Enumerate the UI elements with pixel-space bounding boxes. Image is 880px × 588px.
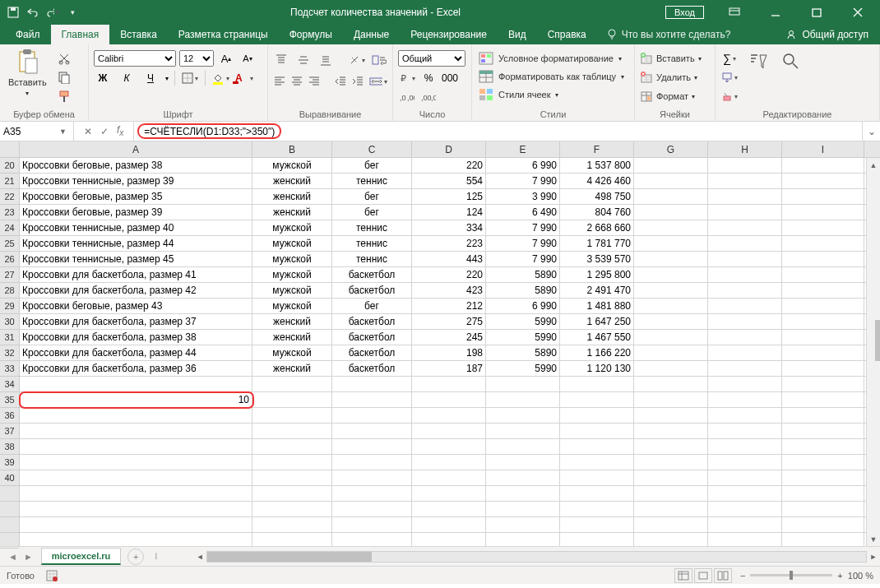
cell[interactable] <box>708 283 782 298</box>
cell[interactable]: 1 120 130 <box>560 361 634 376</box>
cell[interactable] <box>782 455 864 470</box>
cell[interactable] <box>634 236 708 251</box>
cell[interactable]: мужской <box>252 220 332 235</box>
table-row[interactable]: Кроссовки для баскетбола, размер 37женск… <box>20 314 866 330</box>
cell[interactable] <box>486 424 560 438</box>
cell[interactable]: Кроссовки беговые, размер 38 <box>20 158 252 173</box>
cell[interactable]: 5990 <box>486 314 560 329</box>
cell[interactable]: 275 <box>412 314 486 329</box>
cell[interactable]: теннис <box>332 220 412 235</box>
row-header[interactable]: 30 <box>0 314 19 330</box>
decrease-decimal-icon[interactable]: ,00,0 <box>419 90 438 106</box>
cell[interactable] <box>782 470 864 485</box>
orientation-icon[interactable] <box>349 52 366 68</box>
format-table-button[interactable]: Форматировать как таблицу▾ <box>477 67 629 86</box>
cell[interactable] <box>412 377 486 391</box>
cell[interactable]: Кроссовки беговые, размер 35 <box>20 189 252 204</box>
cell[interactable] <box>708 174 782 188</box>
cell[interactable]: 245 <box>412 330 486 345</box>
cell[interactable]: Кроссовки теннисные, размер 39 <box>20 174 252 188</box>
cell[interactable]: 1 481 880 <box>560 299 634 313</box>
cell[interactable]: 5990 <box>486 361 560 376</box>
cell[interactable] <box>412 439 486 454</box>
cell[interactable]: мужской <box>252 267 332 282</box>
cell[interactable] <box>252 455 332 470</box>
cell[interactable]: 212 <box>412 299 486 313</box>
cell[interactable]: 187 <box>412 361 486 376</box>
align-middle-icon[interactable] <box>295 52 313 68</box>
cell[interactable]: 1 647 250 <box>560 314 634 329</box>
tab-insert[interactable]: Вставка <box>109 25 168 44</box>
name-box-input[interactable] <box>3 126 59 137</box>
cell[interactable]: 220 <box>412 267 486 282</box>
increase-indent-icon[interactable] <box>352 73 364 90</box>
fx-icon[interactable]: fx <box>117 124 123 137</box>
wrap-text-icon[interactable] <box>370 52 387 68</box>
cell[interactable]: баскетбол <box>332 330 412 345</box>
cell[interactable]: 223 <box>412 236 486 251</box>
cell[interactable] <box>560 377 634 391</box>
cell[interactable] <box>634 174 708 188</box>
table-row[interactable]: Кроссовки беговые, размер 35женскийбег12… <box>20 189 866 205</box>
sheet-next-icon[interactable]: ► <box>24 552 33 562</box>
table-row[interactable]: Кроссовки теннисные, размер 40мужскойтен… <box>20 220 866 236</box>
cell[interactable] <box>634 377 708 391</box>
table-row[interactable] <box>20 377 866 392</box>
cell[interactable]: 198 <box>412 345 486 360</box>
table-row[interactable] <box>20 470 866 486</box>
maximize-icon[interactable] <box>798 0 836 24</box>
cell-styles-button[interactable]: Стили ячеек▾ <box>477 86 629 104</box>
italic-icon[interactable]: К <box>118 70 136 86</box>
increase-font-icon[interactable]: A▴ <box>217 50 235 67</box>
cell[interactable]: баскетбол <box>332 283 412 298</box>
cell[interactable]: бег <box>332 158 412 173</box>
cell[interactable] <box>708 408 782 423</box>
cell[interactable] <box>782 220 864 235</box>
format-cells-button[interactable]: Формат▾ <box>640 87 710 105</box>
cell[interactable] <box>708 252 782 266</box>
cell[interactable]: 3 539 570 <box>560 252 634 266</box>
cell[interactable]: мужской <box>252 283 332 298</box>
row-header[interactable]: 28 <box>0 283 19 299</box>
row-header[interactable]: 26 <box>0 252 19 267</box>
cell[interactable] <box>708 205 782 220</box>
tab-view[interactable]: Вид <box>498 25 537 44</box>
cell[interactable]: Кроссовки для баскетбола, размер 38 <box>20 330 252 345</box>
row-header[interactable]: 40 <box>0 470 19 486</box>
cell[interactable] <box>412 392 486 407</box>
undo-icon[interactable] <box>26 6 39 19</box>
merge-icon[interactable] <box>369 73 387 90</box>
cell[interactable] <box>20 455 252 470</box>
cell[interactable]: бег <box>332 205 412 220</box>
cell[interactable] <box>634 330 708 345</box>
cell[interactable]: Кроссовки для баскетбола, размер 44 <box>20 345 252 360</box>
cell[interactable] <box>412 455 486 470</box>
cell[interactable] <box>412 424 486 438</box>
sort-filter-button[interactable] <box>745 50 771 104</box>
enter-formula-icon[interactable]: ✓ <box>100 126 109 137</box>
cell[interactable] <box>560 455 634 470</box>
paste-button[interactable]: Вставить ▾ <box>5 47 50 99</box>
save-icon[interactable] <box>7 6 20 19</box>
cell[interactable]: Кроссовки для баскетбола, размер 42 <box>20 283 252 298</box>
cell[interactable]: теннис <box>332 174 412 188</box>
cell[interactable]: 7 990 <box>486 174 560 188</box>
copy-icon[interactable] <box>55 69 73 86</box>
cell[interactable]: 1 537 800 <box>560 158 634 173</box>
col-header-E[interactable]: E <box>486 141 560 157</box>
cell[interactable]: баскетбол <box>332 267 412 282</box>
cell[interactable]: женский <box>252 189 332 204</box>
cell[interactable] <box>782 299 864 313</box>
cell[interactable]: баскетбол <box>332 361 412 376</box>
autosum-icon[interactable]: ∑ <box>720 50 739 67</box>
cell[interactable] <box>782 267 864 282</box>
cell[interactable]: Кроссовки теннисные, размер 40 <box>20 220 252 235</box>
cell[interactable]: женский <box>252 174 332 188</box>
cell[interactable] <box>634 220 708 235</box>
fill-color-icon[interactable] <box>211 70 229 86</box>
row-header[interactable]: 29 <box>0 299 19 314</box>
cell[interactable] <box>634 470 708 485</box>
cell[interactable] <box>634 158 708 173</box>
cell[interactable] <box>782 236 864 251</box>
cell[interactable]: теннис <box>332 252 412 266</box>
